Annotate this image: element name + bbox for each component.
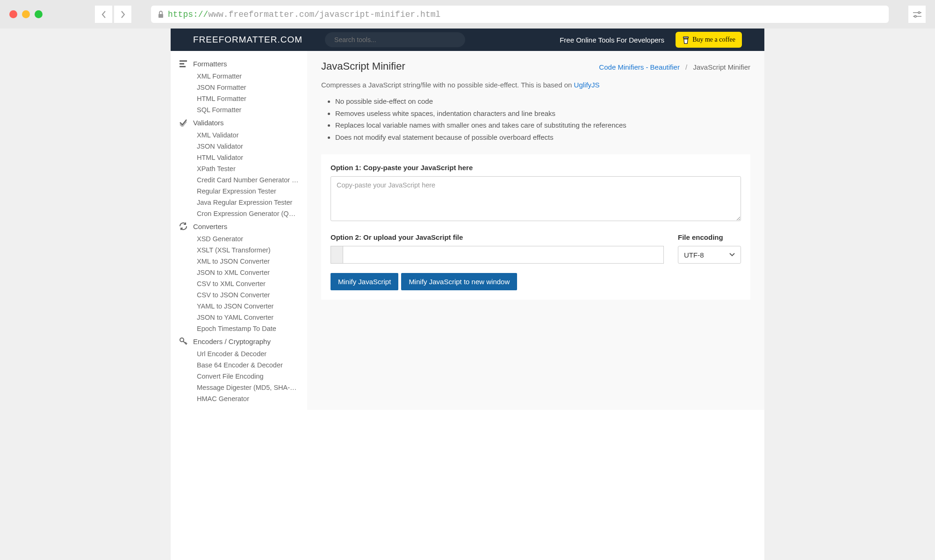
search-input[interactable] (334, 36, 456, 43)
converters-icon (179, 222, 187, 230)
buy-coffee-button[interactable]: Buy me a coffee (676, 32, 742, 48)
encoding-label: File encoding (678, 233, 741, 241)
sidebar-item[interactable]: JSON Formatter (171, 82, 307, 93)
url-path: www.freeformatter.com/javascript-minifie… (208, 10, 440, 19)
minify-new-window-button[interactable]: Minify JavaScript to new window (401, 273, 517, 290)
svg-rect-8 (180, 66, 186, 67)
browser-chrome: https://www.freeformatter.com/javascript… (0, 0, 935, 29)
sidebar-item[interactable]: CSV to XML Converter (171, 278, 307, 289)
tagline: Free Online Tools For Developers (560, 36, 664, 44)
sidebar-item[interactable]: CSV to JSON Converter (171, 289, 307, 301)
search-box[interactable] (325, 32, 465, 47)
url-scheme: https:// (168, 10, 208, 19)
sliders-icon (913, 11, 921, 18)
sidebar-item[interactable]: XML to JSON Converter (171, 256, 307, 267)
sidebar-section-formatters[interactable]: Formatters (171, 57, 307, 71)
form-card: Option 1: Copy-paste your JavaScript her… (321, 154, 750, 300)
coffee-cup-icon (682, 35, 690, 44)
svg-rect-7 (180, 63, 184, 65)
uglifyjs-link[interactable]: UglifyJS (574, 81, 600, 89)
svg-rect-0 (158, 14, 163, 18)
sidebar-item[interactable]: JSON to YAML Converter (171, 312, 307, 323)
sidebar-item[interactable]: Credit Card Number Generator & V... (171, 174, 307, 186)
close-window-icon[interactable] (9, 10, 17, 18)
back-button[interactable] (95, 6, 112, 23)
sidebar-item[interactable]: Message Digester (MD5, SHA-256, ... (171, 382, 307, 393)
sidebar-item[interactable]: Java Regular Expression Tester (171, 197, 307, 208)
desc-text: Compresses a JavaScript string/file with… (321, 81, 574, 89)
minify-button[interactable]: Minify JavaScript (331, 273, 398, 290)
sidebar-section-converters[interactable]: Converters (171, 219, 307, 233)
formatters-icon (179, 59, 187, 68)
option1-label: Option 1: Copy-paste your JavaScript her… (331, 164, 741, 172)
svg-point-9 (180, 338, 184, 342)
sidebar-item[interactable]: HTML Formatter (171, 93, 307, 104)
browser-settings-button[interactable] (908, 6, 926, 23)
sidebar-item[interactable]: Base 64 Encoder & Decoder (171, 359, 307, 371)
svg-point-4 (914, 15, 916, 17)
encoding-column: File encoding UTF-8 (678, 233, 741, 264)
form-row-2: Option 2: Or upload your JavaScript file… (331, 233, 741, 264)
feature-item: Removes useless white spaces, indentatio… (335, 108, 750, 120)
sidebar: FormattersXML FormatterJSON FormatterHTM… (171, 51, 307, 410)
file-browse-button[interactable] (331, 246, 343, 263)
traffic-lights (9, 10, 43, 18)
breadcrumb-parent[interactable]: Code Minifiers - Beautifier (599, 63, 680, 71)
feature-item: No possible side-effect on code (335, 95, 750, 108)
breadcrumb: Code Minifiers - Beautifier / JavaScript… (599, 63, 750, 71)
encoding-value: UTF-8 (684, 251, 704, 259)
sidebar-item[interactable]: Url Encoder & Decoder (171, 348, 307, 359)
option2-label: Option 2: Or upload your JavaScript file (331, 233, 664, 241)
sidebar-item[interactable]: XSLT (XSL Transformer) (171, 244, 307, 256)
lock-icon (158, 11, 164, 18)
action-buttons: Minify JavaScript Minify JavaScript to n… (331, 273, 741, 290)
validators-icon (179, 118, 187, 127)
sidebar-item[interactable]: XPath Tester (171, 163, 307, 174)
site-logo[interactable]: FREEFORMATTER.COM (193, 35, 302, 45)
breadcrumb-separator: / (685, 63, 687, 71)
page-header: JavaScript Minifier Code Minifiers - Bea… (321, 60, 750, 72)
chevron-down-icon (729, 253, 735, 257)
maximize-window-icon[interactable] (35, 10, 43, 18)
nav-buttons (95, 6, 131, 23)
sidebar-item[interactable]: XSD Generator (171, 233, 307, 244)
sidebar-item[interactable]: Convert File Encoding (171, 371, 307, 382)
main-content: JavaScript Minifier Code Minifiers - Bea… (307, 51, 764, 410)
encoders-icon (179, 337, 187, 345)
topnav-right: Free Online Tools For Developers Buy me … (560, 32, 742, 48)
forward-button[interactable] (114, 6, 131, 23)
url-bar[interactable]: https://www.freeformatter.com/javascript… (151, 6, 889, 23)
breadcrumb-current: JavaScript Minifier (693, 63, 750, 71)
sidebar-item[interactable]: XML Validator (171, 129, 307, 141)
minimize-window-icon[interactable] (22, 10, 30, 18)
coffee-label: Buy me a coffee (692, 36, 735, 43)
page: FREEFORMATTER.COM Free Online Tools For … (171, 29, 764, 560)
sidebar-item[interactable]: JSON Validator (171, 141, 307, 152)
sidebar-section-label: Validators (193, 119, 224, 127)
feature-list: No possible side-effect on codeRemoves u… (335, 95, 750, 143)
chevron-left-icon (101, 10, 107, 19)
sidebar-item[interactable]: Cron Expression Generator (Quartz) (171, 208, 307, 219)
sidebar-item[interactable]: SQL Formatter (171, 104, 307, 115)
javascript-input[interactable] (331, 176, 741, 221)
sidebar-item[interactable]: XML Formatter (171, 71, 307, 82)
sidebar-section-label: Formatters (193, 60, 227, 68)
page-title: JavaScript Minifier (321, 60, 405, 72)
sidebar-section-encoders[interactable]: Encoders / Cryptography (171, 334, 307, 348)
sidebar-item[interactable]: Epoch Timestamp To Date (171, 323, 307, 334)
sidebar-section-label: Encoders / Cryptography (193, 337, 271, 345)
page-description: Compresses a JavaScript string/file with… (321, 81, 750, 89)
sidebar-item[interactable]: YAML to JSON Converter (171, 301, 307, 312)
feature-item: Does not modify eval statement because o… (335, 131, 750, 144)
sidebar-item[interactable]: Regular Expression Tester (171, 186, 307, 197)
file-input[interactable] (331, 246, 664, 264)
sidebar-item[interactable]: HMAC Generator (171, 393, 307, 404)
sidebar-section-validators[interactable]: Validators (171, 115, 307, 129)
layout: FormattersXML FormatterJSON FormatterHTM… (171, 51, 764, 410)
sidebar-item[interactable]: HTML Validator (171, 152, 307, 163)
topnav: FREEFORMATTER.COM Free Online Tools For … (171, 29, 764, 51)
sidebar-item[interactable]: JSON to XML Converter (171, 267, 307, 278)
svg-point-2 (918, 12, 920, 14)
encoding-select[interactable]: UTF-8 (678, 246, 741, 264)
sidebar-section-label: Converters (193, 223, 227, 230)
